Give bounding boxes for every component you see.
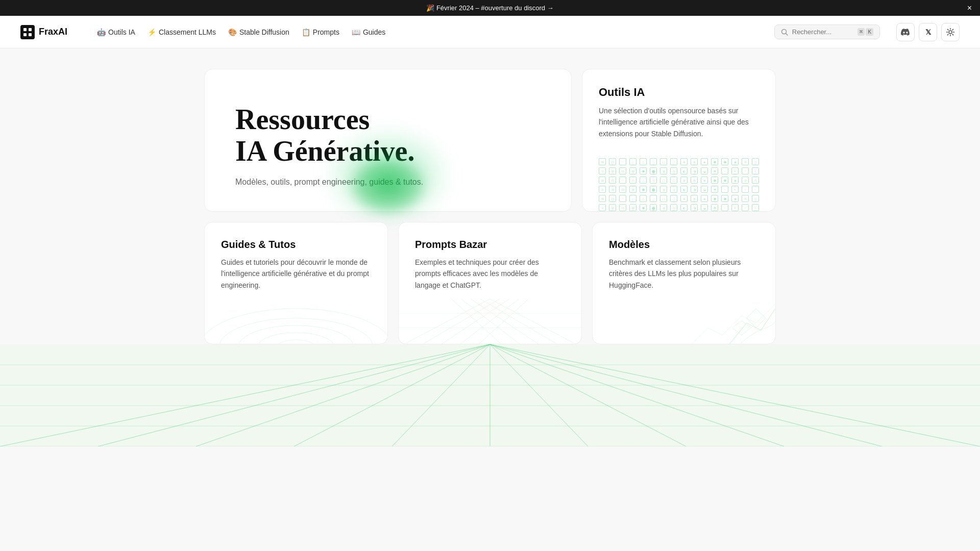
svg-line-13: [952, 29, 953, 30]
svg-line-41: [490, 344, 686, 446]
prompts-card-title: Prompts Bazar: [415, 239, 565, 251]
svg-line-42: [490, 344, 784, 446]
announcement-bar: 🎉 Février 2024 – #ouverture du discord →…: [0, 0, 980, 16]
svg-rect-1: [29, 28, 32, 31]
nav-link-stable-diffusion[interactable]: 🎨 Stable Diffusion: [223, 25, 295, 39]
top-grid: Ressources IA Générative. Modèles, outil…: [204, 69, 776, 212]
nav-actions: 𝕏: [896, 23, 960, 41]
theme-toggle[interactable]: [941, 23, 960, 41]
prompts-decoration: [399, 283, 581, 344]
modeles-card[interactable]: Modèles Benchmark et classement selon pl…: [592, 222, 776, 344]
search-kbd-key: K: [866, 28, 873, 36]
outils-icon-grid: const symbols = ['⊞','⊡','○','◇','△','☆'…: [599, 149, 759, 211]
guides-card[interactable]: Guides & Tutos Guides et tutoriels pour …: [204, 222, 388, 344]
svg-line-22: [437, 299, 509, 344]
nav-link-prompts[interactable]: 📋 Prompts: [297, 25, 345, 39]
green-blob-inner-decoration: [347, 155, 429, 216]
search-input[interactable]: [792, 28, 853, 36]
navbar: FraxAI 🤖 Outils IA ⚡ Classement LLMs 🎨 S…: [0, 16, 980, 48]
logo-text: FraxAI: [39, 27, 67, 37]
svg-line-29: [452, 299, 505, 344]
svg-line-27: [471, 299, 543, 344]
svg-line-5: [786, 33, 788, 35]
svg-line-11: [947, 29, 948, 30]
outils-ia-card[interactable]: Outils IA Une sélection d'outils opensou…: [582, 69, 776, 212]
announcement-close[interactable]: ×: [967, 4, 972, 12]
perspective-grid: [0, 344, 980, 446]
outils-card-description: Une sélection d'outils opensource basés …: [599, 105, 759, 139]
logo-icon: [20, 25, 35, 39]
guides-decoration: [205, 283, 387, 344]
nav-link-guides[interactable]: 📖 Guides: [347, 25, 390, 39]
modeles-decoration: [593, 283, 775, 344]
svg-point-17: [238, 325, 354, 344]
guides-icon: 📖: [352, 28, 360, 36]
svg-point-6: [949, 31, 952, 34]
nav-logo[interactable]: FraxAI: [20, 25, 67, 39]
stable-diffusion-icon: 🎨: [228, 28, 237, 36]
nav-prompts-label: Prompts: [313, 28, 339, 36]
search-icon: [781, 29, 788, 36]
svg-point-19: [277, 340, 315, 344]
nav-guides-label: Guides: [363, 28, 385, 36]
bottom-grid: Guides & Tutos Guides et tutoriels pour …: [204, 222, 776, 344]
twitter-button[interactable]: 𝕏: [919, 23, 937, 41]
discord-icon: [901, 29, 910, 36]
prompts-card[interactable]: Prompts Bazar Exemples et techniques pou…: [398, 222, 582, 344]
svg-marker-32: [746, 309, 766, 328]
guides-card-title: Guides & Tutos: [221, 239, 371, 251]
nav-outils-label: Outils IA: [108, 28, 135, 36]
svg-point-15: [205, 309, 387, 344]
svg-line-14: [947, 34, 948, 35]
nav-link-outils[interactable]: 🤖 Outils IA: [92, 25, 140, 39]
svg-rect-2: [23, 33, 27, 36]
svg-line-38: [392, 344, 490, 446]
discord-button[interactable]: [896, 23, 915, 41]
search-shortcut: ⌘ K: [857, 28, 873, 36]
announcement-text: 🎉 Février 2024 – #ouverture du discord →: [426, 4, 553, 12]
modeles-card-title: Modèles: [609, 239, 759, 251]
prompts-icon: 📋: [302, 28, 310, 36]
svg-line-35: [98, 344, 490, 446]
nav-links: 🤖 Outils IA ⚡ Classement LLMs 🎨 Stable D…: [92, 25, 758, 39]
svg-line-34: [0, 344, 490, 446]
nav-link-classement[interactable]: ⚡ Classement LLMs: [142, 25, 221, 39]
nav-classement-label: Classement LLMs: [159, 28, 216, 36]
search-kbd-modifier: ⌘: [857, 28, 865, 36]
outils-card-title: Outils IA: [599, 86, 759, 99]
main-content: Ressources IA Générative. Modèles, outil…: [184, 48, 796, 344]
outils-icon: 🤖: [97, 28, 106, 36]
twitter-icon: 𝕏: [925, 28, 931, 36]
svg-line-23: [456, 299, 519, 344]
icon-grid-inner: const symbols = ['⊞','⊡','○','◇','△','☆'…: [599, 158, 759, 211]
theme-icon: [946, 28, 954, 36]
hero-card: Ressources IA Générative. Modèles, outil…: [204, 69, 572, 212]
nav-sd-label: Stable Diffusion: [239, 28, 289, 36]
svg-line-36: [196, 344, 490, 446]
search-box[interactable]: ⌘ K: [774, 24, 880, 39]
svg-line-40: [490, 344, 588, 446]
classement-icon: ⚡: [148, 28, 156, 36]
svg-line-12: [952, 34, 953, 35]
svg-line-28: [461, 299, 523, 344]
svg-line-43: [490, 344, 882, 446]
background-grid: [0, 344, 980, 446]
svg-rect-0: [23, 28, 27, 31]
svg-line-37: [294, 344, 490, 446]
svg-rect-3: [29, 33, 32, 36]
svg-line-44: [490, 344, 980, 446]
svg-line-24: [476, 299, 529, 344]
svg-point-18: [258, 333, 335, 344]
